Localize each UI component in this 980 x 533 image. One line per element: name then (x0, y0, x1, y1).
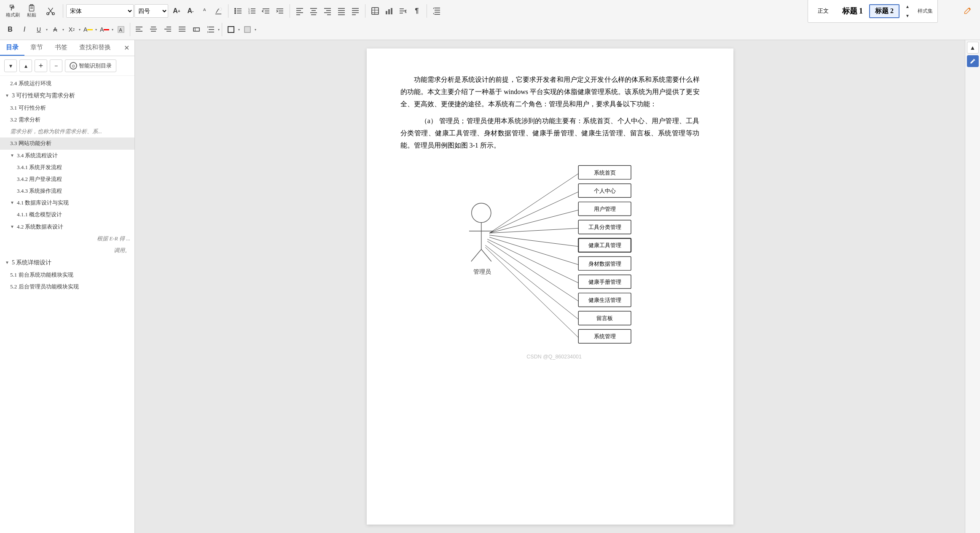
superscript-dropdown-arrow[interactable]: ▾ (79, 28, 81, 32)
right-panel-edit-button[interactable] (967, 55, 979, 67)
doc-paragraph-2[interactable]: （a） 管理员；管理员使用本系统涉到的功能主要有：系统首页、个人中心、用户管理、… (400, 115, 700, 151)
doc-area[interactable]: 功能需求分析是系统设计的前提，它要求开发者和用户定义开发什么样的体系和系统需要什… (135, 40, 965, 533)
line-spacing-button[interactable] (430, 4, 443, 18)
style-biaoti1[interactable]: 标题 1 (837, 4, 868, 18)
font-shrink-button[interactable]: A- (184, 4, 197, 18)
tab-mulu[interactable]: 目录 (0, 40, 24, 56)
para-align-center2[interactable] (147, 23, 160, 36)
cut-button[interactable] (41, 3, 60, 19)
align-left-button[interactable] (293, 4, 306, 18)
highlight-dropdown-arrow[interactable]: ▾ (95, 28, 97, 32)
outline-item-5.1[interactable]: 5.1 前台系统功能模块实现 (0, 269, 134, 281)
shading-dropdown-arrow[interactable]: ▾ (255, 28, 256, 32)
paste-button[interactable]: 粘贴 (22, 3, 41, 19)
nav-down-button[interactable]: ▾ (4, 59, 17, 72)
outline-item-3.4.1[interactable]: 3.4.1 系统开发流程 (0, 162, 134, 173)
format-painter-button[interactable]: 格式刷 (3, 3, 22, 19)
svg-line-91 (489, 237, 578, 264)
outline-item-4.2[interactable]: ▼ 4.2 系统数据表设计 (0, 221, 134, 233)
chart-button[interactable] (382, 4, 396, 18)
style-zhengwen[interactable]: 正文 (811, 5, 836, 16)
table-button[interactable] (368, 4, 382, 18)
strikethrough-dropdown[interactable]: A ▾ (48, 23, 64, 36)
font-color-dropdown[interactable]: A ▾ (98, 23, 113, 36)
style-scroll-down[interactable]: ▼ (901, 11, 914, 20)
font-color-dropdown-arrow[interactable]: ▾ (112, 28, 113, 32)
outline-item-3.1[interactable]: 3.1 可行性分析 (0, 102, 134, 114)
indent-increase-button[interactable] (273, 4, 287, 18)
sort-button[interactable] (396, 4, 410, 18)
font-grow-button[interactable]: A+ (170, 4, 183, 18)
tab-zhanjie[interactable]: 章节 (24, 40, 49, 56)
outline-label: 4.2 系统数据表设计 (17, 223, 64, 231)
border-dropdown[interactable]: ▾ (224, 23, 240, 36)
outline-label: 3 可行性研究与需求分析 (12, 92, 75, 100)
align-right-button[interactable] (321, 4, 334, 18)
strikethrough-button[interactable]: A (48, 23, 62, 36)
tab-chazhao[interactable]: 查找和替换 (73, 40, 117, 56)
add-heading-button[interactable]: + (35, 59, 47, 72)
outline-item-3.4.3[interactable]: 3.4.3 系统操作流程 (0, 185, 134, 197)
para-justify2[interactable] (175, 23, 189, 36)
smart-toc-button[interactable]: ⊙ 智能识别目录 (65, 59, 116, 72)
italic-button[interactable]: I (18, 23, 31, 36)
remove-heading-button[interactable]: − (50, 59, 62, 72)
highlight-button[interactable]: A (81, 23, 95, 36)
line-spacing-btn2[interactable] (204, 23, 217, 36)
outline-item-3.2[interactable]: 3.2 需求分析 (0, 114, 134, 126)
border-button[interactable] (224, 23, 238, 36)
align-distributed-button[interactable] (349, 4, 362, 18)
font-color-button[interactable]: A (98, 23, 111, 36)
highlight-dropdown[interactable]: A ▾ (81, 23, 97, 36)
strikethrough-dropdown-arrow[interactable]: ▾ (62, 28, 64, 32)
underline-dropdown-arrow[interactable]: ▾ (46, 28, 48, 32)
right-panel-up-button[interactable]: ▲ (967, 42, 979, 54)
sidebar-close-button[interactable]: ✕ (119, 40, 134, 56)
custom-indent-button[interactable] (190, 23, 203, 36)
outline-item-4.1.1[interactable]: 4.1.1 概念模型设计 (0, 209, 134, 221)
nav-up-button[interactable]: ▴ (19, 59, 32, 72)
style-more-button[interactable]: 样式集 (916, 4, 935, 18)
align-justify-button[interactable] (335, 4, 348, 18)
outline-item-5[interactable]: ▼ 5 系统详细设计 (0, 256, 134, 269)
outline-item-3[interactable]: ▼ 3 可行性研究与需求分析 (0, 89, 134, 102)
outline-item-4.2-note1[interactable]: 根据 E-R 得 ... (0, 233, 134, 245)
outline-item-4.1[interactable]: ▼ 4.1 数据库设计与实现 (0, 197, 134, 209)
indent-decrease-button[interactable] (259, 4, 273, 18)
line-spacing-dropdown-arrow[interactable]: ▾ (218, 28, 220, 32)
show-marks-button[interactable]: ¶ (410, 4, 424, 18)
outline-item-4.2-note2[interactable]: 调用。 (0, 245, 134, 256)
underline-dropdown[interactable]: U ▾ (32, 23, 48, 36)
font-family-select[interactable]: 宋体 黑体 楷体 微软雅黑 (66, 4, 134, 18)
style-biaoti2[interactable]: 标题 2 (869, 4, 899, 18)
para-align-left[interactable] (132, 23, 146, 36)
underline-button[interactable]: U (32, 23, 46, 36)
shading-button[interactable] (241, 23, 254, 36)
outline-item-3.4[interactable]: ▼ 3.4 系统流程设计 (0, 150, 134, 162)
doc-paragraph-1[interactable]: 功能需求分析是系统设计的前提，它要求开发者和用户定义开发什么样的体系和系统需要什… (400, 74, 700, 110)
border-dropdown-arrow[interactable]: ▾ (238, 28, 240, 32)
right-brush-button[interactable] (958, 3, 977, 19)
tab-shuqian[interactable]: 书签 (49, 40, 73, 56)
svg-rect-103 (578, 220, 631, 234)
para-align-right2[interactable] (161, 23, 175, 36)
superscript-button[interactable]: X2 (65, 23, 78, 36)
bold-button[interactable]: B (3, 23, 17, 36)
outline-item-3.2-note[interactable]: 需求分析，也称为软件需求分析、系... (0, 126, 134, 137)
outline-item-3.4.2[interactable]: 3.4.2 用户登录流程 (0, 173, 134, 185)
number-list-button[interactable]: 1.2.3. (245, 4, 259, 18)
outline-item-3.3[interactable]: 3.3 网站功能分析 (0, 137, 134, 149)
font-size-select[interactable]: 四号 五号 小四 三号 (134, 4, 168, 18)
align-center-button[interactable] (307, 4, 320, 18)
font-style-button[interactable]: ᴬ (198, 4, 211, 18)
svg-point-10 (234, 10, 236, 12)
outline-item-2.4[interactable]: 2.4 系统运行环境 (0, 78, 134, 89)
shading-dropdown[interactable]: ▾ (241, 23, 256, 36)
clear-format-button[interactable] (212, 4, 225, 18)
bullet-list-button[interactable] (231, 4, 245, 18)
superscript-dropdown[interactable]: X2 ▾ (65, 23, 81, 36)
line-spacing-dropdown[interactable]: ▾ (204, 23, 220, 36)
outline-item-5.2[interactable]: 5.2 后台管理员功能模块实现 (0, 281, 134, 293)
style-scroll-up[interactable]: ▲ (901, 2, 914, 11)
char-shading-button[interactable]: A (114, 23, 128, 36)
